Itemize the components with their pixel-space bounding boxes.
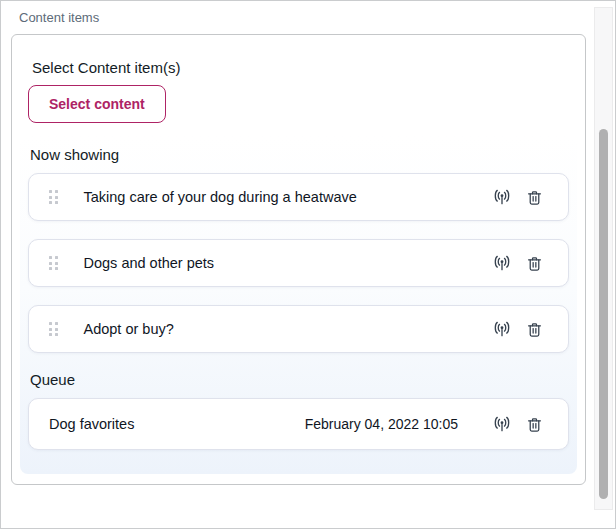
now-showing-row: Adopt or buy? bbox=[28, 305, 569, 353]
row-actions bbox=[492, 253, 544, 274]
row-actions bbox=[492, 187, 544, 208]
queue-item-datetime: February 04, 2022 10:05 bbox=[305, 416, 458, 432]
trash-icon[interactable] bbox=[525, 414, 544, 435]
broadcast-icon[interactable] bbox=[492, 187, 512, 207]
panel-label: Content items bbox=[1, 1, 615, 25]
trash-icon[interactable] bbox=[525, 319, 544, 340]
content-item-title: Taking care of your dog during a heatwav… bbox=[84, 189, 357, 205]
content-item-title: Adopt or buy? bbox=[84, 321, 174, 337]
drag-handle-icon[interactable] bbox=[49, 322, 58, 336]
row-actions bbox=[492, 414, 544, 435]
trash-icon[interactable] bbox=[525, 253, 544, 274]
vertical-scrollbar-thumb[interactable] bbox=[599, 129, 608, 499]
select-content-button[interactable]: Select content bbox=[28, 85, 166, 123]
queue-row: Dog favorites February 04, 2022 10:05 bbox=[28, 398, 569, 450]
content-item-title: Dog favorites bbox=[49, 416, 134, 432]
queue-label: Queue bbox=[30, 371, 569, 388]
content-items-card: Select Content item(s) Select content No… bbox=[11, 34, 586, 485]
broadcast-icon[interactable] bbox=[492, 414, 512, 434]
drag-handle-icon[interactable] bbox=[49, 190, 58, 204]
content-item-title: Dogs and other pets bbox=[84, 255, 215, 271]
row-actions bbox=[492, 319, 544, 340]
vertical-scrollbar-track[interactable] bbox=[594, 7, 613, 510]
content-lists-dropzone: Now showing Taking care of your dog duri… bbox=[20, 136, 577, 474]
broadcast-icon[interactable] bbox=[492, 319, 512, 339]
content-items-panel: { "panel": { "label": "Content items", "… bbox=[0, 0, 616, 529]
now-showing-label: Now showing bbox=[30, 146, 569, 163]
select-content-heading: Select Content item(s) bbox=[32, 59, 569, 76]
drag-handle-icon[interactable] bbox=[49, 256, 58, 270]
now-showing-row: Taking care of your dog during a heatwav… bbox=[28, 173, 569, 221]
now-showing-row: Dogs and other pets bbox=[28, 239, 569, 287]
broadcast-icon[interactable] bbox=[492, 253, 512, 273]
trash-icon[interactable] bbox=[525, 187, 544, 208]
